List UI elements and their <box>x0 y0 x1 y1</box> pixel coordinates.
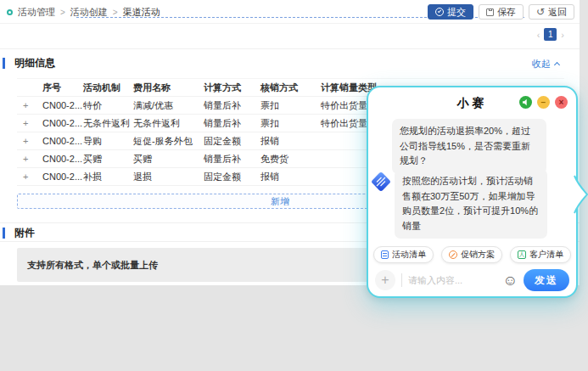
cell-calc: 销量后补 <box>204 153 260 166</box>
cell-verify: 免费货 <box>260 153 321 166</box>
detail-section-title: 明细信息 <box>14 56 55 70</box>
submit-button-label: 提交 <box>447 6 466 19</box>
chat-window-controls: − × <box>519 96 568 109</box>
close-button[interactable]: × <box>555 96 568 109</box>
assistant-message: 按照您的活动计划，预计活动销售额在30万至50万，如果增加导购员数量2位，预计可… <box>395 169 547 239</box>
person-icon: 人 <box>518 250 526 259</box>
row-expander-icon[interactable]: + <box>17 100 42 110</box>
chip-label: 活动清单 <box>392 249 426 261</box>
row-expander-icon[interactable]: + <box>17 171 42 182</box>
input-divider <box>401 273 402 287</box>
collapse-toggle[interactable]: 收起 <box>532 58 559 70</box>
row-expander-icon[interactable]: + <box>17 118 42 128</box>
top-action-buttons: 提交 保存 ↺ 返回 <box>428 4 574 20</box>
cell-seq: CN00-2... <box>42 154 83 164</box>
cell-mechanism: 买赠 <box>83 153 133 166</box>
col-mechanism: 活动机制 <box>83 82 133 94</box>
next-page-icon[interactable]: › <box>561 30 564 40</box>
chip-label: 客户清单 <box>529 249 563 261</box>
cell-seq: CN00-2... <box>42 118 83 128</box>
cell-calc: 销量后补 <box>204 117 260 130</box>
cell-mechanism: 无条件返利 <box>83 117 133 130</box>
top-bar: 活动管理 > 活动创建 > 渠道活动 提交 保存 ↺ 返回 <box>0 0 580 24</box>
attachments-section-title: 附件 <box>14 226 35 240</box>
cell-seq: CN00-2... <box>42 136 83 146</box>
breadcrumb-separator: > <box>113 8 118 17</box>
section-accent-bar <box>3 228 5 239</box>
cell-fee: 买赠 <box>133 153 204 166</box>
cell-mechanism: 导购 <box>83 135 133 148</box>
cell-verify: 报销 <box>260 171 321 183</box>
promotion-icon <box>449 250 457 259</box>
col-verify-method: 核销方式 <box>260 82 321 94</box>
cell-fee: 短促-服务外包 <box>133 135 204 148</box>
chat-input[interactable] <box>408 275 500 285</box>
breadcrumb-item-activity-management[interactable]: 活动管理 <box>18 6 55 19</box>
assistant-avatar <box>370 171 392 193</box>
chip-customer-list[interactable]: 人 客户清单 <box>510 246 571 263</box>
check-circle-icon <box>435 8 444 16</box>
cell-verify: 报销 <box>260 135 321 148</box>
send-button[interactable]: 发送 <box>524 269 569 291</box>
submit-button[interactable]: 提交 <box>428 4 473 20</box>
save-button-label: 保存 <box>497 6 516 19</box>
prev-page-icon[interactable]: ‹ <box>537 30 540 40</box>
cell-verify: 票扣 <box>260 99 321 112</box>
speaker-icon <box>523 99 529 106</box>
undo-arrow-icon: ↺ <box>536 7 545 17</box>
col-seq: 序号 <box>42 82 83 94</box>
minimize-button[interactable]: − <box>537 96 550 109</box>
row-expander-icon[interactable]: + <box>17 154 42 164</box>
collapse-label: 收起 <box>532 58 551 70</box>
chip-label: 促销方案 <box>461 249 495 261</box>
breadcrumb: 活动管理 > 活动创建 > 渠道活动 <box>7 0 160 24</box>
assistant-message-row: 按照您的活动计划，预计活动销售额在30万至50万，如果增加导购员数量2位，预计可… <box>370 169 547 239</box>
detail-section-header: 明细信息 <box>0 56 55 70</box>
cell-mechanism: 补损 <box>83 171 133 183</box>
chevron-up-icon <box>554 62 560 68</box>
breadcrumb-separator: > <box>60 8 65 17</box>
document-icon <box>381 250 389 259</box>
sound-button[interactable] <box>519 96 532 109</box>
chip-activity-list[interactable]: 活动清单 <box>373 246 434 263</box>
cell-fee: 无条件返利 <box>133 117 204 130</box>
quick-action-chips: 活动清单 促销方案 人 客户清单 <box>373 246 571 263</box>
divider <box>0 48 580 49</box>
save-disk-icon <box>486 8 494 16</box>
cell-verify: 票扣 <box>260 117 321 130</box>
col-calc-method: 计算方式 <box>204 82 260 94</box>
chat-assistant-panel: 小赛 − × 您规划的活动退损率20%，超过公司指导线15%，是否需要重新规划？… <box>367 86 578 298</box>
attach-plus-button[interactable]: + <box>375 270 395 290</box>
chat-bubble-tail <box>574 175 588 214</box>
attachments-section-header: 附件 <box>0 226 35 239</box>
pagination: ‹ 1 › <box>537 28 564 41</box>
emoji-smiley-icon[interactable]: ☺ <box>503 273 518 288</box>
upload-hint: 支持所有格式，单个或批量上传 <box>27 259 158 272</box>
section-accent-bar <box>3 58 5 69</box>
cell-calc: 销量后补 <box>204 99 260 112</box>
cell-calc: 固定金额 <box>204 171 260 183</box>
assistant-message: 您规划的活动退损率20%，超过公司指导线15%，是否需要重新规划？ <box>392 119 546 174</box>
back-button-label: 返回 <box>548 6 567 19</box>
cell-seq: CN00-2... <box>42 171 83 182</box>
cell-calc: 固定金额 <box>204 135 260 148</box>
cell-mechanism: 特价 <box>83 99 133 112</box>
page-number[interactable]: 1 <box>544 28 557 41</box>
cell-seq: CN00-2... <box>42 100 83 110</box>
back-button[interactable]: ↺ 返回 <box>529 4 574 20</box>
location-pin-icon <box>7 9 13 15</box>
cell-fee: 满减/优惠 <box>133 99 204 112</box>
col-fee-name: 费用名称 <box>133 82 204 94</box>
cell-fee: 退损 <box>133 171 204 183</box>
save-button[interactable]: 保存 <box>479 4 524 20</box>
chat-input-row: + ☺ 发送 <box>375 267 569 293</box>
row-expander-icon[interactable]: + <box>17 136 42 146</box>
chip-promotion-plan[interactable]: 促销方案 <box>441 246 502 263</box>
